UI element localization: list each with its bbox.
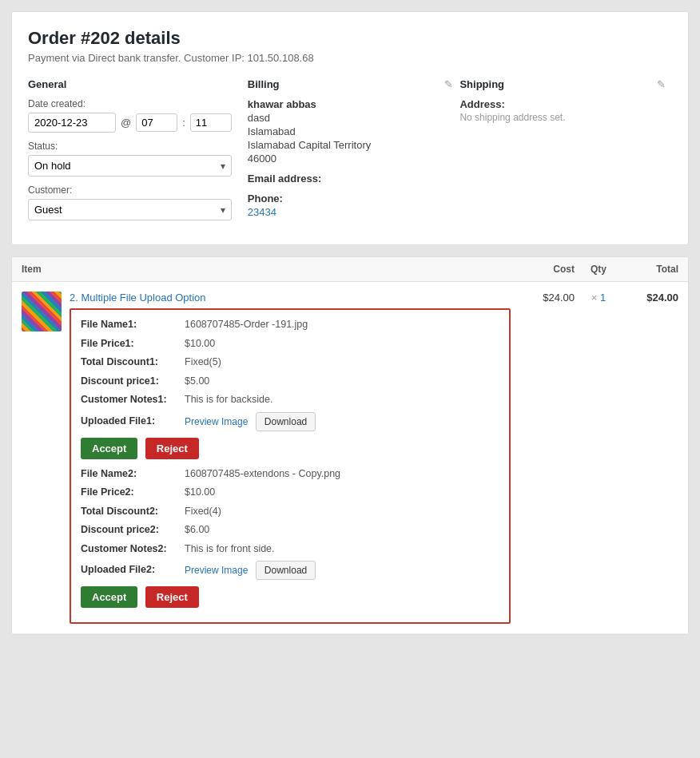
- general-section: General Date created: @ : Status: On hol…: [28, 78, 248, 228]
- file2-price-label: File Price2:: [81, 486, 185, 500]
- file1-notes-label: Customer Notes1:: [81, 393, 185, 407]
- col-item-header: Item: [22, 264, 511, 275]
- file2-reject-button[interactable]: Reject: [145, 586, 199, 608]
- items-card: Item Cost Qty Total 2. Multiple File Upl…: [11, 256, 689, 635]
- hour-input[interactable]: [136, 113, 177, 132]
- billing-company: dasd: [248, 112, 444, 124]
- file1-total-discount-label: Total Discount1:: [81, 355, 185, 370]
- billing-phone-link[interactable]: 23434: [248, 206, 276, 218]
- item-cost: $24.00: [511, 292, 575, 304]
- file1-discount-price-label: Discount price1:: [81, 375, 185, 389]
- file1-upload-label: Uploaded File1:: [81, 415, 185, 429]
- file1-accept-button[interactable]: Accept: [81, 438, 137, 459]
- general-section-title: General: [28, 78, 232, 90]
- colon: :: [182, 117, 185, 129]
- file2-discount-row: Total Discount2: Fixed(4): [81, 505, 499, 519]
- file2-notes-label: Customer Notes2:: [81, 542, 185, 557]
- shipping-edit-icon[interactable]: ✎: [657, 78, 666, 90]
- file1-name-value: 1608707485-Order -191.jpg: [185, 318, 308, 332]
- billing-section: ✎ Billing khawar abbas dasd Islamabad Is…: [248, 78, 460, 228]
- order-title: Order #202 details: [28, 28, 672, 49]
- file2-upload-row: Uploaded File2: Preview Image Download: [81, 561, 499, 580]
- order-details-card: Order #202 details Payment via Direct ba…: [11, 11, 689, 245]
- sections-row: General Date created: @ : Status: On hol…: [28, 78, 672, 228]
- product-name-link[interactable]: 2. Multiple File Upload Option: [70, 292, 206, 304]
- file2-total-discount-value: Fixed(4): [185, 505, 221, 519]
- file2-name-value: 1608707485-extendons - Copy.png: [185, 467, 340, 482]
- file2-discount-price-label: Discount price2:: [81, 523, 185, 538]
- billing-name: khawar abbas: [248, 98, 444, 110]
- file1-upload-row: Uploaded File1: Preview Image Download: [81, 412, 499, 431]
- file1-notes-value: This is for backside.: [185, 393, 272, 407]
- status-label: Status:: [28, 141, 232, 152]
- email-label: Email address:: [248, 173, 444, 185]
- item-total: $24.00: [622, 292, 678, 304]
- date-input[interactable]: [28, 113, 116, 133]
- file2-notes-value: This is for front side.: [185, 542, 275, 557]
- file2-preview-button[interactable]: Preview Image: [185, 565, 248, 576]
- thumbnail-image: [22, 292, 62, 331]
- customer-select[interactable]: Guest: [28, 199, 232, 220]
- date-label: Date created:: [28, 98, 232, 109]
- billing-edit-icon[interactable]: ✎: [444, 78, 453, 90]
- item-content: 2. Multiple File Upload Option File Name…: [70, 292, 511, 624]
- file2-price-value: $10.00: [185, 486, 215, 500]
- file1-preview-button[interactable]: Preview Image: [185, 416, 248, 427]
- qty-num: 1: [600, 292, 606, 304]
- file1-download-button[interactable]: Download: [256, 412, 316, 431]
- col-total-header: Total: [622, 264, 678, 275]
- qty-x: ×: [591, 292, 598, 304]
- order-subtitle: Payment via Direct bank transfer. Custom…: [28, 52, 672, 64]
- status-wrapper: On hold Pending Processing Completed Can…: [28, 155, 232, 177]
- file2-name-row: File Name2: 1608707485-extendons - Copy.…: [81, 467, 499, 482]
- date-row: @ :: [28, 113, 232, 133]
- customer-label: Customer:: [28, 185, 232, 196]
- file1-price-label: File Price1:: [81, 337, 185, 351]
- billing-city: Islamabad: [248, 125, 444, 137]
- shipping-address-label: Address:: [459, 98, 656, 110]
- file1-action-row: Accept Reject: [81, 438, 499, 459]
- billing-region: Islamabad Capital Territory: [248, 139, 444, 151]
- file1-upload-actions: Preview Image Download: [185, 412, 316, 431]
- file2-name-label: File Name2:: [81, 467, 185, 482]
- customer-wrapper: Guest: [28, 199, 232, 220]
- file1-discount-price-value: $5.00: [185, 375, 209, 389]
- shipping-section: ✎ Shipping Address: No shipping address …: [459, 78, 672, 228]
- status-select[interactable]: On hold Pending Processing Completed Can…: [28, 155, 232, 177]
- file2-discount-price-row: Discount price2: $6.00: [81, 523, 499, 538]
- item-qty: × 1: [575, 292, 622, 304]
- billing-postcode: 46000: [248, 153, 444, 165]
- file1-reject-button[interactable]: Reject: [145, 438, 199, 459]
- file1-discount-price-row: Discount price1: $5.00: [81, 375, 499, 389]
- col-qty-header: Qty: [575, 264, 622, 275]
- items-table-header: Item Cost Qty Total: [12, 257, 688, 282]
- shipping-section-title: Shipping: [459, 78, 656, 90]
- billing-section-title: Billing: [248, 78, 444, 90]
- minute-input[interactable]: [190, 113, 232, 132]
- file2-upload-actions: Preview Image Download: [185, 561, 316, 580]
- file1-price-row: File Price1: $10.00: [81, 337, 499, 351]
- file2-upload-label: Uploaded File2:: [81, 563, 185, 577]
- phone-label: Phone:: [248, 192, 444, 204]
- shipping-no-address: No shipping address set.: [459, 112, 656, 123]
- file1-name-row: File Name1: 1608707485-Order -191.jpg: [81, 318, 499, 332]
- file2-action-row: Accept Reject: [81, 586, 499, 608]
- product-thumbnail: [22, 292, 62, 331]
- file1-total-discount-value: Fixed(5): [185, 355, 221, 370]
- file2-discount-price-value: $6.00: [185, 523, 209, 538]
- file1-price-value: $10.00: [185, 337, 215, 351]
- file1-discount-row: Total Discount1: Fixed(5): [81, 355, 499, 370]
- col-cost-header: Cost: [511, 264, 575, 275]
- file1-notes-row: Customer Notes1: This is for backside.: [81, 393, 499, 407]
- file2-total-discount-label: Total Discount2:: [81, 505, 185, 519]
- file2-price-row: File Price2: $10.00: [81, 486, 499, 500]
- file2-download-button[interactable]: Download: [256, 561, 316, 580]
- file1-name-label: File Name1:: [81, 318, 185, 332]
- product-row: 2. Multiple File Upload Option File Name…: [12, 282, 688, 634]
- file-details-box: File Name1: 1608707485-Order -191.jpg Fi…: [70, 308, 511, 624]
- file2-notes-row: Customer Notes2: This is for front side.: [81, 542, 499, 557]
- file2-accept-button[interactable]: Accept: [81, 586, 137, 608]
- at-sign: @: [121, 117, 131, 129]
